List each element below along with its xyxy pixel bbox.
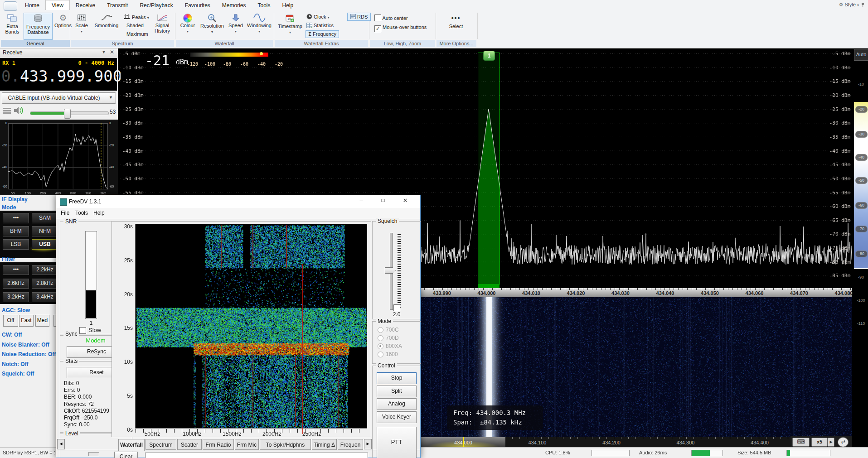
freedv-tab-spectrum[interactable]: Spectrum	[145, 439, 176, 450]
zoom-menu-button[interactable]: ▶	[828, 438, 834, 447]
select-button[interactable]: ••• Select	[441, 15, 471, 29]
auto-center-checkbox[interactable]: Auto center	[374, 14, 408, 21]
ribbon-tab-rec-playback[interactable]: Rec/Playback	[134, 0, 179, 10]
speed-button[interactable]: Speed▾	[227, 14, 245, 34]
ribbon-tab-receive[interactable]: Receive	[70, 0, 101, 10]
volume-thumb[interactable]	[64, 109, 71, 119]
ribbon-tab-favourites[interactable]: Favourites	[179, 0, 216, 10]
ribbon-tab-transmit[interactable]: Transmit	[101, 0, 134, 10]
filter-button-2.6kHz[interactable]: 2.6kHz	[3, 279, 29, 289]
app-menu-button[interactable]	[4, 1, 17, 11]
freedv-tab-to-spkr-hdphns[interactable]: To Spkr/Hdphns	[260, 439, 311, 450]
resolution-button[interactable]: Resolution▾	[199, 14, 225, 35]
squelch-slider-thumb[interactable]	[385, 267, 396, 274]
auto-scale-button[interactable]: Auto	[854, 49, 868, 61]
peaks-button[interactable]: Peaks ▾	[123, 14, 149, 20]
control-button-split[interactable]: Split	[377, 386, 417, 397]
agc-button-off[interactable]: Off	[3, 315, 18, 327]
audio-y-label: -40	[1, 165, 7, 169]
ribbon-tab-view[interactable]: View	[45, 0, 70, 10]
zoom-factor-button[interactable]: x5	[811, 438, 828, 447]
freedv-window[interactable]: FreeDV 1.3.1 – □ ✕ FileToolsHelp SNR 1 S…	[56, 195, 421, 458]
channel-marker[interactable]: 1	[483, 51, 495, 61]
level-slider-thumb[interactable]	[88, 452, 99, 456]
mode-button-[interactable]: •••	[3, 213, 29, 223]
ribbon-tab-tools[interactable]: Tools	[252, 0, 276, 10]
volume-slider[interactable]	[30, 111, 109, 115]
mouse-over-buttons-checkbox[interactable]: ✓ Mouse-over buttons	[374, 24, 427, 32]
ribbon-tab-home[interactable]: Home	[19, 0, 45, 10]
mode-button-SAM[interactable]: SAM	[32, 213, 58, 223]
squelch-enable-checkbox[interactable]	[393, 304, 400, 311]
freedv-mode-radio-1600[interactable]	[378, 352, 383, 357]
filter-button-2.8kHz[interactable]: 2.8kHz	[32, 279, 58, 289]
freedv-tab-scatter[interactable]: Scatter	[177, 439, 202, 450]
freedv-tab-frm-mic[interactable]: Frm Mic	[235, 439, 259, 450]
frequency-toggle-button[interactable]: Σ Frequency	[305, 30, 339, 38]
options-button[interactable]: ⚙ Options	[53, 14, 73, 28]
filter-button-3.2kHz[interactable]: 3.2kHz	[3, 292, 29, 302]
agc-button-fast[interactable]: Fast	[19, 315, 34, 327]
frequency-database-button[interactable]: Frequency Database	[24, 13, 53, 40]
control-button-analog[interactable]: Analog	[377, 398, 417, 410]
ribbon-tab-help[interactable]: Help	[276, 0, 300, 10]
mode-button-LSB[interactable]: LSB	[3, 239, 29, 250]
keyboard-button[interactable]: ⌨	[792, 438, 810, 447]
scale-button[interactable]: Scale▾	[73, 14, 91, 34]
freedv-tab-frequen[interactable]: Frequen	[338, 439, 363, 450]
minimize-icon[interactable]: –	[353, 197, 369, 204]
filter-button-[interactable]: •••	[3, 265, 29, 275]
windowing-button[interactable]: Windowing▾	[246, 14, 273, 34]
timestamp-button[interactable]: 15 Timestamp▾	[277, 14, 303, 35]
close-icon[interactable]: ✕	[397, 197, 413, 204]
clear-button[interactable]: Clear	[114, 452, 138, 458]
close-icon[interactable]: ✕	[110, 49, 114, 55]
freedv-menu-tools[interactable]: Tools	[75, 210, 88, 216]
freedv-waterfall-canvas[interactable]	[135, 224, 367, 429]
agc-button-med[interactable]: Med	[35, 315, 49, 327]
audio-device-select[interactable]: CABLE Input (VB-Audio Virtual Cable) ▼	[2, 92, 116, 104]
filter-button-2.2kHz[interactable]: 2.2kHz	[32, 265, 58, 275]
extra-bands-button[interactable]: Extra Bands	[2, 14, 23, 34]
freedv-titlebar[interactable]: FreeDV 1.3.1 – □ ✕	[56, 195, 420, 208]
freedv-tab-timing-[interactable]: Timing Δ	[312, 439, 337, 450]
freedv-tab-waterfall[interactable]: Waterfall	[118, 439, 145, 451]
dsp-status-line: Noise Reduction: Off	[2, 351, 56, 357]
style-menu[interactable]: ⚙ Style ▾	[839, 2, 865, 8]
signal-history-button[interactable]: Signal History	[150, 14, 174, 34]
rds-button[interactable]: RDS	[347, 13, 371, 21]
speaker-icon[interactable]	[13, 105, 24, 116]
freedv-mode-radio-800xa[interactable]	[378, 343, 383, 349]
freedv-menu-help[interactable]: Help	[93, 210, 105, 216]
tab-scroll-left-button[interactable]: ◀	[57, 439, 65, 449]
group-label-general: General	[1, 40, 70, 47]
statistics-button[interactable]: 9 Statistics	[306, 23, 334, 28]
freedv-menu-file[interactable]: File	[61, 210, 69, 216]
freedv-mode-radio-700d[interactable]	[378, 335, 383, 341]
freedv-mode-radio-700c[interactable]	[378, 327, 383, 333]
waterfall-colour-scale[interactable]: Auto -10-20-30-40-50-60-70-80-90-100-110	[854, 48, 868, 447]
snr-slow-checkbox[interactable]	[79, 327, 86, 334]
frequency-display[interactable]: RX 1 0 - 4000 Hz 0.433.999.900	[0, 58, 117, 91]
center-button[interactable]: ⇄	[838, 437, 849, 447]
filter-button-3.4kHz[interactable]: 3.4kHz	[32, 292, 58, 302]
smoothing-button[interactable]: Smoothing	[92, 14, 121, 28]
text-entry-field[interactable]	[145, 453, 368, 458]
freedv-tab-frm-radio[interactable]: Frm Radio	[203, 439, 234, 450]
clock-button[interactable]: Clock ▾	[306, 14, 330, 19]
control-button-voice-keyer[interactable]: Voice Keyer	[377, 411, 417, 423]
maximize-icon[interactable]: □	[375, 197, 391, 203]
mode-button-BFM[interactable]: BFM	[3, 226, 29, 236]
mode-button-USB[interactable]: USB	[32, 239, 58, 250]
shaded-button[interactable]: Shaded	[126, 23, 144, 28]
mode-button-NFM[interactable]: NFM	[32, 226, 58, 236]
ribbon-tab-memories[interactable]: Memories	[216, 0, 252, 10]
table-icon: 9	[306, 23, 312, 28]
collapse-icon[interactable]: ▼	[102, 49, 106, 54]
colour-button[interactable]: Colour▾	[178, 14, 198, 34]
ptt-button[interactable]: PTT	[377, 427, 417, 458]
control-button-stop[interactable]: Stop	[377, 372, 417, 384]
time-axis-label: 25s	[118, 257, 133, 264]
tab-scroll-right-button[interactable]: ▶	[364, 439, 372, 449]
maximum-button[interactable]: Maximum	[126, 31, 148, 37]
